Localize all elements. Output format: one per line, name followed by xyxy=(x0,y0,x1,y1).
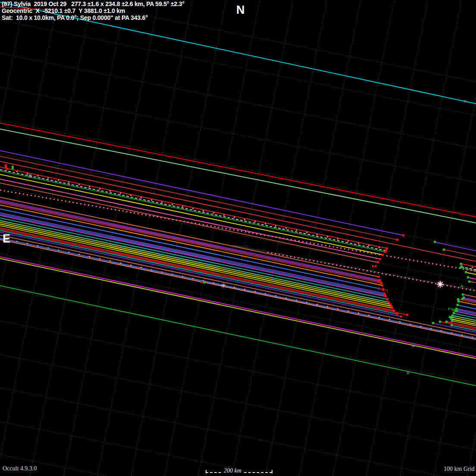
chord-ticked-salmon xyxy=(204,282,476,340)
reappearance-marker xyxy=(462,293,464,296)
disappearance-marker xyxy=(377,261,379,263)
disappearance-marker xyxy=(381,284,383,287)
disappearance-marker xyxy=(391,307,393,309)
reappearance-marker xyxy=(432,322,434,324)
error-bar-tick xyxy=(457,309,457,312)
chord-tick xyxy=(264,223,266,224)
chord-tick xyxy=(88,186,90,188)
disappearance-marker xyxy=(386,298,388,300)
reappearance-marker xyxy=(451,315,454,317)
title-line-geocentric: Geocentric X -5210.1 ±0.7 Y 3881.0 ±1.0 … xyxy=(2,7,125,14)
reappearance-marker xyxy=(468,281,470,283)
chord-tick xyxy=(254,221,256,222)
grid-line-horizontal xyxy=(0,386,476,476)
scale-bar-right-tick xyxy=(272,470,272,473)
grid-scale-label: 100 km Grid xyxy=(444,466,475,473)
north-label: N xyxy=(236,3,245,17)
chord-tick xyxy=(37,175,38,177)
chord-blue-1 xyxy=(0,208,383,290)
bowtie-marker xyxy=(374,265,376,268)
scale-bar-label: 200 km xyxy=(222,467,243,474)
chord-red-north xyxy=(0,123,476,217)
disappearance-marker xyxy=(402,234,404,236)
chord-magenta-2 xyxy=(0,215,385,297)
reappearance-marker xyxy=(439,321,441,323)
chord-palegreen-2 xyxy=(0,220,388,303)
grid-line-vertical xyxy=(257,0,366,476)
chord-tick xyxy=(140,197,142,199)
grid-line-vertical xyxy=(392,0,476,476)
station-marker xyxy=(6,168,8,170)
reappearance-marker xyxy=(451,324,453,326)
disappearance-marker xyxy=(380,282,382,284)
reappearance-marker xyxy=(465,271,467,273)
disappearance-marker xyxy=(386,247,388,249)
chord-tick xyxy=(57,180,59,181)
chord-tick xyxy=(99,188,100,190)
chord-tick xyxy=(78,184,80,186)
chord-green-south xyxy=(0,285,476,386)
reappearance-marker xyxy=(457,304,459,306)
disappearance-marker xyxy=(378,276,380,278)
reappearance-marker xyxy=(460,263,462,265)
disappearance-marker xyxy=(384,251,386,253)
reappearance-marker xyxy=(443,249,445,251)
chord-tick xyxy=(357,243,359,244)
plot-title: (87) Sylvia 2019 Oct 29 277.3 ±1.6 x 234… xyxy=(2,0,185,21)
grid-line-vertical xyxy=(426,0,476,476)
disappearance-marker xyxy=(396,239,398,241)
chord-tick xyxy=(47,177,49,179)
error-bar-tick xyxy=(387,290,388,293)
error-bar-tick xyxy=(379,287,379,290)
reappearance-marker xyxy=(461,298,463,300)
app-version-label: Occult 4.9.3.0 xyxy=(3,465,37,472)
chord-tick xyxy=(275,225,276,227)
chord-tick xyxy=(130,195,132,196)
title-line-object: (87) Sylvia 2019 Oct 29 277.3 ±1.6 x 234… xyxy=(2,0,185,7)
chord-tick xyxy=(295,229,297,231)
chord-tick xyxy=(347,240,349,242)
disappearance-marker xyxy=(393,309,395,312)
error-bar-center xyxy=(382,289,385,291)
chord-yellow-3 xyxy=(0,224,391,306)
reappearance-marker xyxy=(453,312,455,314)
plot-layers xyxy=(0,0,476,476)
occultation-plot: (87) Sylvia 2019 Oct 29 277.3 ±1.6 x 234… xyxy=(0,0,476,476)
chord-white-dashed xyxy=(0,169,386,251)
chord-tick xyxy=(68,182,69,183)
reappearance-marker xyxy=(451,320,453,322)
disappearance-marker xyxy=(406,314,408,316)
reappearance-marker xyxy=(203,281,205,284)
disappearance-marker xyxy=(385,295,387,297)
chord-tick xyxy=(378,247,380,249)
chord-violet-1 xyxy=(435,242,476,251)
chord-tick xyxy=(285,227,287,229)
grid-line-vertical xyxy=(358,0,467,476)
reappearance-marker xyxy=(457,300,460,303)
grid-line-vertical xyxy=(459,0,476,476)
scale-bar: 200 km xyxy=(206,469,275,476)
disappearance-marker xyxy=(200,281,203,283)
scale-bar-left-tick xyxy=(206,470,207,473)
chord-tick xyxy=(326,236,328,238)
error-bar-center xyxy=(452,309,454,311)
chord-tick xyxy=(368,245,370,246)
reappearance-marker xyxy=(459,267,461,269)
plus-marker xyxy=(462,284,462,288)
chord-tick xyxy=(306,231,307,233)
reappearance-marker xyxy=(434,241,436,243)
star-marker-core xyxy=(439,283,441,285)
disappearance-marker xyxy=(396,313,398,315)
reappearance-marker xyxy=(467,276,469,278)
chord-tick xyxy=(316,234,318,236)
error-bar-tick xyxy=(448,307,449,310)
grid-line-vertical xyxy=(291,0,400,476)
east-label: E xyxy=(3,232,10,246)
disappearance-marker xyxy=(382,254,384,256)
chord-tick xyxy=(16,170,18,172)
station-marker xyxy=(12,166,14,169)
disappearance-marker xyxy=(379,258,381,260)
chord-tick xyxy=(337,238,338,240)
disappearance-marker xyxy=(400,315,402,318)
title-line-satellite: Sat: 10.0 x 10.0km, PA 0.0°; Sep 0.0000"… xyxy=(2,14,148,21)
